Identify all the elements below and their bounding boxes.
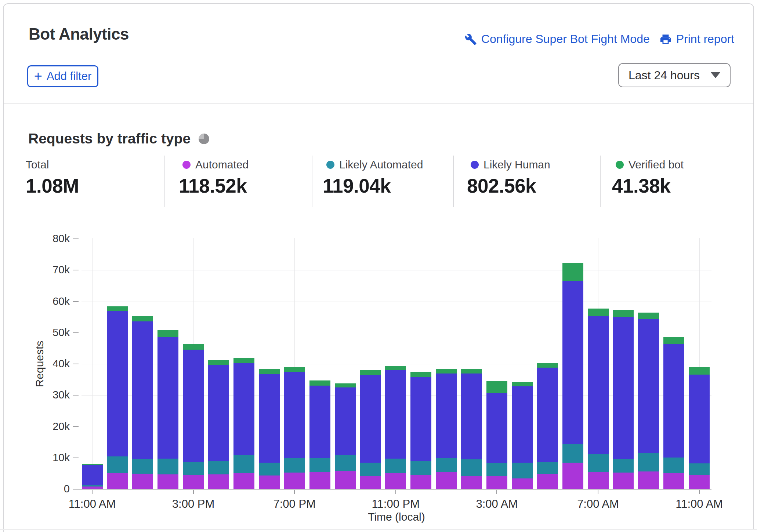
bar-segment-automated[interactable] — [360, 476, 381, 489]
bar-segment-likely-automated[interactable] — [259, 463, 280, 475]
bar-segment-likely-automated[interactable] — [233, 455, 254, 473]
bar-segment-automated[interactable] — [233, 473, 254, 489]
bar-segment-automated[interactable] — [486, 476, 507, 489]
bar-segment-automated[interactable] — [284, 473, 305, 489]
bar-segment-automated[interactable] — [157, 474, 178, 489]
bar-segment-likely-human[interactable] — [233, 363, 254, 455]
bar-segment-likely-human[interactable] — [360, 375, 381, 463]
bar-segment-verified-bot[interactable] — [157, 330, 178, 337]
bar-segment-likely-automated[interactable] — [562, 444, 583, 463]
bar-segment-likely-human[interactable] — [562, 281, 583, 444]
bar-segment-likely-automated[interactable] — [82, 485, 103, 487]
bar-segment-likely-human[interactable] — [82, 465, 103, 485]
bar-segment-likely-human[interactable] — [486, 393, 507, 463]
bar-segment-likely-human[interactable] — [208, 365, 229, 461]
bar-segment-likely-human[interactable] — [259, 374, 280, 463]
bar-segment-automated[interactable] — [512, 478, 533, 489]
stat-likely-human[interactable]: Likely Human 802.56k — [467, 158, 550, 197]
bar-segment-verified-bot[interactable] — [588, 309, 609, 316]
bar-segment-likely-human[interactable] — [284, 372, 305, 458]
bar-segment-verified-bot[interactable] — [183, 344, 204, 349]
bar-segment-likely-human[interactable] — [436, 374, 457, 458]
bar-segment-verified-bot[interactable] — [689, 367, 710, 375]
bar-segment-likely-human[interactable] — [410, 377, 431, 461]
bar-segment-likely-automated[interactable] — [486, 463, 507, 476]
bar-segment-likely-human[interactable] — [385, 370, 406, 459]
bar-segment-automated[interactable] — [82, 487, 103, 489]
configure-super-bot-fight-mode-link[interactable]: Configure Super Bot Fight Mode — [464, 32, 650, 46]
add-filter-button[interactable]: + Add filter — [27, 65, 98, 87]
bar-segment-likely-automated[interactable] — [107, 456, 128, 473]
bar-segment-automated[interactable] — [588, 472, 609, 489]
bar-segment-automated[interactable] — [537, 474, 558, 489]
bar-segment-verified-bot[interactable] — [410, 372, 431, 377]
bar-segment-likely-human[interactable] — [689, 375, 710, 463]
bar-segment-likely-automated[interactable] — [638, 453, 659, 471]
bar-segment-likely-human[interactable] — [588, 316, 609, 455]
bar-segment-likely-automated[interactable] — [157, 459, 178, 474]
bar-segment-verified-bot[interactable] — [132, 316, 153, 321]
bar-segment-likely-automated[interactable] — [183, 462, 204, 475]
bar-segment-automated[interactable] — [461, 476, 482, 489]
bar-segment-verified-bot[interactable] — [638, 313, 659, 319]
bar-segment-automated[interactable] — [663, 473, 684, 489]
bar-segment-verified-bot[interactable] — [233, 358, 254, 363]
bar-segment-verified-bot[interactable] — [385, 366, 406, 370]
bar-segment-likely-automated[interactable] — [436, 458, 457, 472]
bar-segment-automated[interactable] — [562, 463, 583, 489]
print-report-link[interactable]: Print report — [659, 32, 734, 46]
bar-segment-automated[interactable] — [259, 475, 280, 489]
bar-segment-verified-bot[interactable] — [436, 369, 457, 374]
bar-segment-automated[interactable] — [410, 475, 431, 489]
bar-segment-likely-automated[interactable] — [385, 459, 406, 473]
bar-segment-likely-automated[interactable] — [613, 459, 634, 473]
bar-segment-likely-automated[interactable] — [461, 459, 482, 476]
bar-segment-likely-human[interactable] — [107, 311, 128, 456]
bar-segment-likely-human[interactable] — [183, 350, 204, 462]
bar-segment-verified-bot[interactable] — [208, 360, 229, 365]
bar-segment-automated[interactable] — [107, 473, 128, 489]
bar-segment-likely-automated[interactable] — [284, 458, 305, 472]
bar-segment-verified-bot[interactable] — [259, 369, 280, 374]
bar-segment-verified-bot[interactable] — [663, 337, 684, 344]
stat-likely-automated[interactable]: Likely Automated 119.04k — [323, 158, 423, 197]
bar-segment-likely-human[interactable] — [132, 321, 153, 459]
bar-segment-verified-bot[interactable] — [537, 363, 558, 368]
stat-automated[interactable]: Automated 118.52k — [179, 158, 249, 197]
bar-segment-likely-automated[interactable] — [360, 463, 381, 476]
bar-segment-likely-automated[interactable] — [512, 463, 533, 478]
bar-segment-automated[interactable] — [309, 472, 330, 489]
bar-segment-verified-bot[interactable] — [107, 306, 128, 311]
bar-segment-verified-bot[interactable] — [309, 380, 330, 386]
bar-segment-likely-human[interactable] — [309, 386, 330, 458]
bar-segment-likely-automated[interactable] — [663, 458, 684, 473]
bar-segment-likely-automated[interactable] — [689, 463, 710, 475]
bar-segment-verified-bot[interactable] — [562, 263, 583, 281]
bar-segment-likely-automated[interactable] — [132, 459, 153, 474]
bar-segment-verified-bot[interactable] — [512, 382, 533, 386]
bar-segment-automated[interactable] — [132, 474, 153, 489]
bar-segment-likely-human[interactable] — [461, 374, 482, 459]
bar-segment-verified-bot[interactable] — [335, 383, 356, 387]
bar-segment-automated[interactable] — [436, 472, 457, 489]
bar-segment-automated[interactable] — [335, 471, 356, 489]
bar-segment-likely-human[interactable] — [663, 344, 684, 457]
bar-segment-automated[interactable] — [613, 473, 634, 489]
bar-segment-verified-bot[interactable] — [461, 369, 482, 373]
bar-segment-automated[interactable] — [638, 471, 659, 489]
bar-segment-likely-automated[interactable] — [537, 462, 558, 474]
bar-segment-verified-bot[interactable] — [613, 310, 634, 317]
bar-segment-likely-human[interactable] — [613, 317, 634, 459]
bar-segment-likely-human[interactable] — [638, 319, 659, 453]
bar-segment-likely-human[interactable] — [512, 386, 533, 463]
bar-segment-automated[interactable] — [385, 473, 406, 489]
bar-segment-verified-bot[interactable] — [82, 464, 103, 465]
bar-segment-likely-automated[interactable] — [410, 461, 431, 475]
bar-segment-likely-automated[interactable] — [588, 454, 609, 472]
bar-segment-automated[interactable] — [689, 475, 710, 489]
bar-segment-likely-human[interactable] — [335, 387, 356, 455]
bar-segment-verified-bot[interactable] — [360, 370, 381, 375]
bar-segment-verified-bot[interactable] — [486, 381, 507, 393]
bar-segment-likely-human[interactable] — [157, 337, 178, 459]
bar-segment-automated[interactable] — [183, 475, 204, 489]
